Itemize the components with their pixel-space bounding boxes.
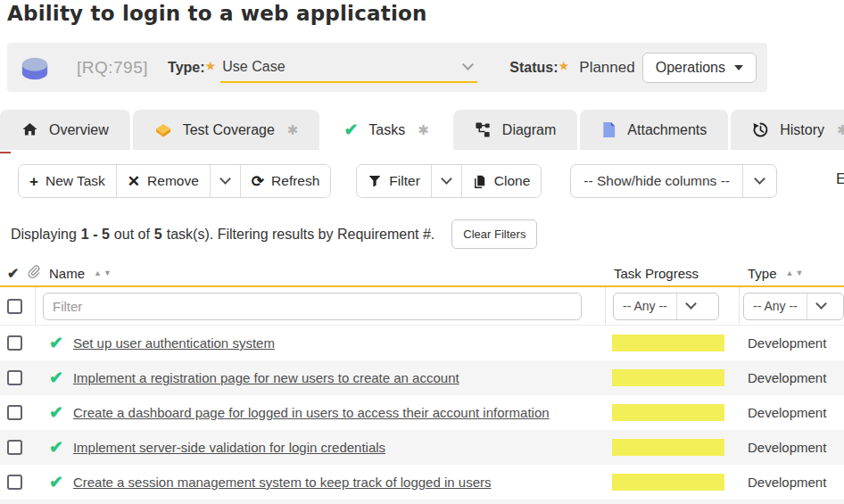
requirement-id: [RQ:795] xyxy=(77,58,148,78)
tab-attachments[interactable]: Attachments xyxy=(580,110,728,150)
tab-bar: Overview Test Coverage ✱ ✔ Tasks ✱ xyxy=(0,110,844,150)
task-link[interactable]: Implement server-side validation for log… xyxy=(73,440,385,455)
clone-icon xyxy=(473,174,487,189)
refresh-button[interactable]: ⟳ Refresh xyxy=(240,165,331,197)
any-option-label: -- Any -- xyxy=(614,293,676,319)
name-sort-control[interactable]: ▲ ▼ xyxy=(94,269,112,277)
task-link[interactable]: Set up user authentication system xyxy=(73,335,275,351)
operations-button[interactable]: Operations xyxy=(642,53,757,83)
task-link[interactable]: Implement a registration page for new us… xyxy=(73,370,459,385)
task-name-cell: ✔ Set up user authentication system xyxy=(36,333,605,353)
sort-up-icon[interactable]: ▲ xyxy=(94,269,102,277)
task-name-cell: ✔ Create a dashboard page for logged in … xyxy=(36,402,605,423)
caret-down-icon xyxy=(734,65,743,70)
home-icon xyxy=(21,121,38,138)
chevron-down-icon xyxy=(754,173,765,185)
requirement-detail-page: Ability to login to a web application [R… xyxy=(0,0,844,504)
chevron-down-cell[interactable] xyxy=(676,293,706,319)
table-row-partial xyxy=(0,500,844,504)
tab-label: Diagram xyxy=(502,122,556,138)
progress-bar xyxy=(612,474,724,491)
history-icon xyxy=(752,121,769,138)
tab-history[interactable]: History ✱ xyxy=(731,110,844,150)
new-task-button[interactable]: + New Task xyxy=(19,165,116,197)
asterisk-icon: ✱ xyxy=(287,122,299,138)
type-dropdown[interactable]: Use Case xyxy=(220,53,477,83)
progress-bar xyxy=(612,404,724,421)
task-link[interactable]: Create a session management system to ke… xyxy=(73,475,492,490)
type-sort-control[interactable]: ▲ ▼ xyxy=(786,269,804,277)
type-value: Use Case xyxy=(222,59,285,75)
select-all-checkbox[interactable] xyxy=(7,299,22,314)
tab-label: Tasks xyxy=(368,122,405,138)
tab-label: History xyxy=(780,122,824,138)
row-checkbox[interactable] xyxy=(7,440,22,455)
type-filter-dropdown[interactable]: -- Any -- xyxy=(743,293,844,320)
row-checkbox-cell xyxy=(0,335,36,351)
filter-progress-cell: -- Any -- xyxy=(605,287,739,325)
filter-menu-button[interactable] xyxy=(431,165,461,197)
row-checkbox[interactable] xyxy=(7,475,22,490)
clone-button[interactable]: Clone xyxy=(461,165,542,197)
tab-diagram[interactable]: Diagram xyxy=(453,110,577,150)
chevron-down-cell[interactable] xyxy=(807,293,836,319)
task-check-icon: ✔ xyxy=(49,402,63,423)
required-star-icon: ★ xyxy=(206,60,216,72)
tab-test-coverage[interactable]: Test Coverage ✱ xyxy=(133,110,320,150)
task-progress-cell xyxy=(605,335,739,351)
task-progress-cell xyxy=(605,369,739,386)
name-filter-input[interactable] xyxy=(43,293,582,320)
requirement-header-strip: [RQ:795] Type:★ Use Case Status:★ Planne… xyxy=(7,43,767,92)
chevron-down-cell[interactable] xyxy=(742,165,776,197)
row-checkbox[interactable] xyxy=(7,335,22,351)
row-checkbox-cell xyxy=(0,440,36,455)
filter-checkbox-cell xyxy=(0,287,36,325)
task-progress-cell xyxy=(605,404,739,421)
requirement-cylinder-icon xyxy=(18,54,52,82)
remove-button[interactable]: ✕ Remove xyxy=(116,165,210,197)
task-check-icon: ✔ xyxy=(49,368,63,388)
progress-bar xyxy=(612,369,724,386)
plus-icon: + xyxy=(29,174,38,189)
chevron-down-icon xyxy=(441,173,452,185)
type-column-header: Type ▲ ▼ xyxy=(739,266,844,281)
clone-label: Clone xyxy=(494,173,531,189)
attachment-file-icon xyxy=(601,121,616,138)
table-row: ✔ Implement a registration page for new … xyxy=(0,360,844,395)
task-progress-column-header: Task Progress xyxy=(605,266,739,281)
task-progress-cell xyxy=(605,439,739,456)
name-column-header: Name ▲ ▼ xyxy=(36,266,605,281)
sort-down-icon[interactable]: ▼ xyxy=(795,269,803,277)
funnel-icon xyxy=(368,174,382,188)
show-hide-columns-dropdown[interactable]: -- Show/hide columns -- xyxy=(570,164,777,198)
row-checkbox-cell xyxy=(0,370,36,385)
sort-down-icon[interactable]: ▼ xyxy=(103,269,112,277)
sort-up-icon[interactable]: ▲ xyxy=(786,269,794,277)
task-check-icon: ✔ xyxy=(343,120,358,140)
task-link[interactable]: Create a dashboard page for logged in us… xyxy=(73,405,550,420)
accent-dash xyxy=(0,152,11,153)
table-header-row: ✔ Name ▲ ▼ Task Progress Type xyxy=(0,260,844,287)
clear-filters-button[interactable]: Clear Filters xyxy=(451,219,537,249)
tab-tasks[interactable]: ✔ Tasks ✱ xyxy=(322,110,450,150)
tab-label: Attachments xyxy=(627,122,707,138)
tab-overview[interactable]: Overview xyxy=(0,110,130,150)
task-type-cell: Development xyxy=(739,475,844,490)
new-task-label: New Task xyxy=(46,173,105,189)
status-label: Status:★ xyxy=(509,60,568,76)
filter-type-cell: -- Any -- xyxy=(739,287,844,325)
task-type-cell: Development xyxy=(739,370,844,385)
summary-total: 5 xyxy=(154,227,162,243)
row-checkbox[interactable] xyxy=(7,370,22,385)
task-name-cell: ✔ Create a session management system to … xyxy=(36,472,605,492)
tasks-toolbar: + New Task ✕ Remove ⟳ Refresh Filter xyxy=(18,164,777,198)
remove-menu-button[interactable] xyxy=(210,165,240,197)
filter-button[interactable]: Filter xyxy=(357,165,430,197)
filter-name-cell xyxy=(36,287,605,325)
progress-filter-dropdown[interactable]: -- Any -- xyxy=(613,293,719,320)
row-checkbox[interactable] xyxy=(7,405,22,420)
edit-button-partial[interactable]: E xyxy=(836,170,844,188)
show-hide-columns-label: -- Show/hide columns -- xyxy=(571,165,742,197)
chevron-down-icon xyxy=(219,173,231,185)
table-row: ✔ Implement server-side validation for l… xyxy=(0,430,844,465)
